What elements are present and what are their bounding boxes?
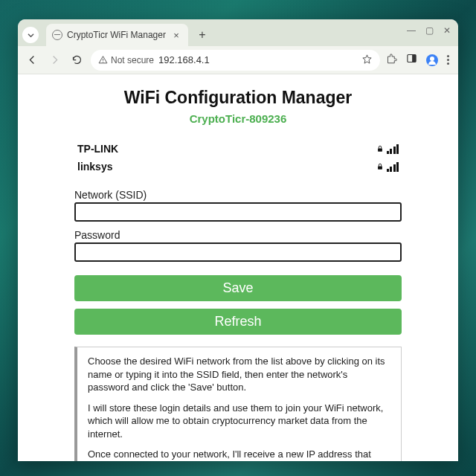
browser-tab[interactable]: CryptoTicr WiFi Manager × <box>46 24 188 46</box>
menu-button[interactable] <box>447 55 449 65</box>
browser-toolbar: Not secure 192.168.4.1 <box>18 46 458 74</box>
search-tabs-button[interactable] <box>22 27 39 43</box>
back-button[interactable] <box>24 52 40 68</box>
extensions-icon[interactable] <box>386 53 397 67</box>
ssid-label: Network (SSID) <box>74 189 402 201</box>
svg-rect-4 <box>378 149 382 152</box>
help-paragraph: Once connected to your network, I'll rec… <box>88 448 390 461</box>
ssid-input[interactable] <box>74 202 402 222</box>
wifi-form: Network (SSID) Password Save Refresh <box>74 189 402 335</box>
network-row[interactable]: linksys <box>77 158 399 176</box>
close-window-button[interactable]: ✕ <box>442 25 452 36</box>
save-button[interactable]: Save <box>74 275 402 301</box>
reload-button[interactable] <box>68 52 85 68</box>
bookmark-icon[interactable] <box>361 54 373 67</box>
page-content: WiFi Configuration Manager CryptoTicr-80… <box>18 74 458 461</box>
not-secure-label: Not secure <box>111 55 154 65</box>
warning-icon <box>98 55 108 65</box>
page-title: WiFi Configuration Manager <box>74 88 402 108</box>
security-indicator[interactable]: Not secure <box>98 55 154 65</box>
address-bar[interactable]: Not secure 192.168.4.1 <box>91 50 380 71</box>
network-list: TP-LINK linksys <box>74 140 402 178</box>
help-paragraph: I will store these login details and use… <box>88 402 390 441</box>
globe-icon <box>52 30 62 40</box>
side-panel-icon[interactable] <box>406 53 417 67</box>
lock-icon <box>376 161 384 173</box>
signal-icon <box>387 162 399 172</box>
browser-window: CryptoTicr WiFi Manager × + — ▢ ✕ Not se… <box>18 19 458 461</box>
window-controls: — ▢ ✕ <box>406 25 452 36</box>
network-ssid: linksys <box>77 161 376 173</box>
new-tab-button[interactable]: + <box>193 25 212 45</box>
network-ssid: TP-LINK <box>77 143 376 155</box>
svg-rect-3 <box>412 55 416 62</box>
refresh-button[interactable]: Refresh <box>74 309 402 335</box>
close-tab-button[interactable]: × <box>170 30 182 41</box>
help-text: Choose the desired WiFi network from the… <box>74 347 402 461</box>
network-row[interactable]: TP-LINK <box>77 140 399 158</box>
forward-button[interactable] <box>46 52 62 68</box>
url-text: 192.168.4.1 <box>158 54 210 65</box>
svg-rect-5 <box>378 167 382 170</box>
svg-point-1 <box>103 62 103 62</box>
maximize-button[interactable]: ▢ <box>424 25 434 36</box>
password-input[interactable] <box>74 242 402 262</box>
tab-strip: CryptoTicr WiFi Manager × + — ▢ ✕ <box>18 19 458 46</box>
profile-avatar-icon[interactable] <box>426 54 438 66</box>
signal-icon <box>387 144 399 154</box>
help-paragraph: Choose the desired WiFi network from the… <box>88 355 390 394</box>
tab-title: CryptoTicr WiFi Manager <box>67 30 166 40</box>
password-label: Password <box>74 229 402 241</box>
device-name: CryptoTicr-809236 <box>74 112 402 125</box>
minimize-button[interactable]: — <box>406 25 416 36</box>
lock-icon <box>376 143 384 155</box>
